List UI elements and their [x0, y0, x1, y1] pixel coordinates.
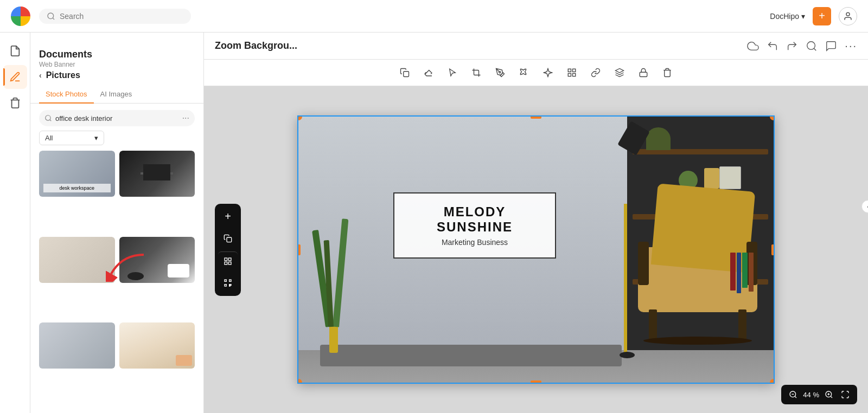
svg-rect-17 [228, 262, 231, 264]
zoom-percent: 44 % [803, 391, 819, 399]
search-canvas-icon[interactable] [806, 40, 818, 52]
photo-thumbnail-3[interactable] [39, 237, 115, 319]
photo-thumbnail-2[interactable] [119, 151, 195, 233]
panel-tabs: Stock Photos AI Images [30, 86, 203, 104]
selection-handle-br[interactable] [770, 379, 775, 384]
nav-right-actions: DocHipo ▾ + [770, 7, 857, 25]
lock-tool-button[interactable] [635, 64, 652, 81]
documents-section: Documents Web Banner [39, 42, 195, 70]
zoom-out-button[interactable] [787, 388, 800, 401]
canvas-text-overlay[interactable]: MELODY SUNSHINE Marketing Business [393, 192, 556, 259]
sparkle-tool-button[interactable] [539, 64, 557, 81]
canvas-main-text: MELODY SUNSHINE [405, 204, 544, 235]
photo-thumbnail-4[interactable] [119, 237, 195, 319]
svg-point-0 [48, 13, 54, 19]
photo-thumbnail-1[interactable]: desk workspace [39, 151, 115, 233]
panel-title: ‹ Pictures [39, 70, 195, 80]
user-icon [843, 11, 853, 21]
copy-float-button[interactable] [218, 229, 238, 248]
selection-handle-ml[interactable] [297, 244, 301, 255]
canvas-title: Zoom Backgrou... [215, 40, 741, 51]
top-navigation: DocHipo ▾ + [0, 0, 868, 33]
filter-row: All ▾ [39, 131, 195, 145]
comment-icon[interactable] [825, 40, 837, 52]
photo-search-input[interactable]: office desk interior [55, 114, 179, 122]
floating-toolbar: + [215, 204, 241, 296]
zoom-in-button[interactable] [822, 388, 835, 401]
svg-rect-7 [568, 69, 571, 72]
more-options-icon[interactable]: ··· [845, 40, 857, 52]
trash-icon [9, 97, 21, 109]
selection-handle-tm[interactable] [531, 115, 541, 119]
selection-handle-bm[interactable] [531, 380, 541, 384]
photo-grid: desk workspace [30, 151, 203, 413]
photo-thumbnail-5[interactable] [39, 322, 115, 404]
main-layout: Documents Web Banner ‹ Pictures Stock Ph… [0, 33, 868, 413]
sidebar-item-editor[interactable] [3, 65, 27, 89]
global-search-bar[interactable] [39, 9, 191, 24]
panel-header: Documents Web Banner ‹ Pictures [30, 33, 203, 86]
qr-float-button[interactable] [218, 273, 238, 293]
svg-rect-12 [640, 72, 647, 76]
copy-tool-button[interactable] [396, 64, 413, 81]
chevron-down-icon: ▾ [801, 12, 805, 21]
photo-search-box[interactable]: office desk interior ··· [39, 110, 195, 126]
tab-stock-photos[interactable]: Stock Photos [39, 86, 94, 104]
documents-title: Documents [39, 49, 195, 60]
texture-tool-button[interactable] [563, 64, 580, 81]
dochipo-dropdown-button[interactable]: DocHipo ▾ [770, 12, 805, 21]
search-more-options[interactable]: ··· [182, 113, 189, 123]
filter-dropdown[interactable]: All ▾ [39, 131, 104, 145]
svg-rect-8 [573, 69, 576, 72]
pictures-panel: Documents Web Banner ‹ Pictures Stock Ph… [30, 33, 204, 413]
documents-subtitle: Web Banner [39, 61, 195, 68]
svg-rect-18 [225, 280, 226, 281]
svg-point-2 [46, 115, 50, 120]
canvas-frame[interactable]: MELODY SUNSHINE Marketing Business [297, 115, 775, 384]
svg-rect-19 [229, 280, 231, 281]
user-avatar-button[interactable] [839, 7, 857, 25]
delete-tool-button[interactable] [659, 64, 676, 81]
app-logo[interactable] [11, 7, 30, 26]
panel-title-label: Pictures [46, 70, 80, 80]
selection-handle-mr[interactable] [771, 244, 775, 255]
dochipo-label: DocHipo [770, 12, 799, 21]
select-tool-button[interactable] [444, 64, 461, 81]
zoom-bar: 44 % [781, 385, 857, 404]
photo-thumbnail-6[interactable] [119, 322, 195, 404]
undo-icon[interactable] [767, 40, 778, 52]
cloud-save-icon[interactable] [747, 40, 759, 52]
canvas-subtitle-text: Marketing Business [405, 238, 544, 247]
svg-rect-15 [228, 258, 231, 261]
element-toolbar [204, 60, 868, 86]
canvas-header: Zoom Backgrou... ··· [204, 33, 868, 60]
back-arrow-icon[interactable]: ‹ [39, 71, 42, 80]
crop-tool-button[interactable] [468, 64, 485, 81]
svg-marker-11 [616, 69, 624, 73]
filter-label: All [45, 134, 53, 142]
path-tool-button[interactable] [515, 64, 533, 81]
svg-point-6 [499, 72, 501, 73]
sidebar-item-trash[interactable] [3, 91, 27, 115]
editor-icon [9, 71, 21, 83]
grid-float-button[interactable] [218, 251, 238, 271]
search-input[interactable] [60, 12, 179, 21]
canvas-workspace[interactable]: + [204, 86, 868, 413]
svg-rect-20 [225, 284, 226, 286]
icon-sidebar [0, 33, 30, 413]
layer-tool-button[interactable] [611, 64, 628, 81]
create-plus-button[interactable]: + [813, 7, 831, 25]
search-icon [47, 12, 55, 21]
pen-tool-button[interactable] [492, 64, 509, 81]
add-element-button[interactable]: + [218, 207, 238, 227]
svg-rect-14 [225, 258, 227, 261]
redo-icon[interactable] [786, 40, 798, 52]
erase-tool-button[interactable] [420, 64, 437, 81]
svg-point-1 [846, 12, 850, 16]
fullscreen-button[interactable] [839, 388, 852, 401]
link-tool-button[interactable] [587, 64, 604, 81]
tab-ai-images[interactable]: AI Images [94, 86, 139, 104]
sidebar-item-documents[interactable] [3, 39, 27, 63]
svg-rect-9 [568, 74, 571, 76]
filter-chevron-icon: ▾ [94, 134, 98, 142]
